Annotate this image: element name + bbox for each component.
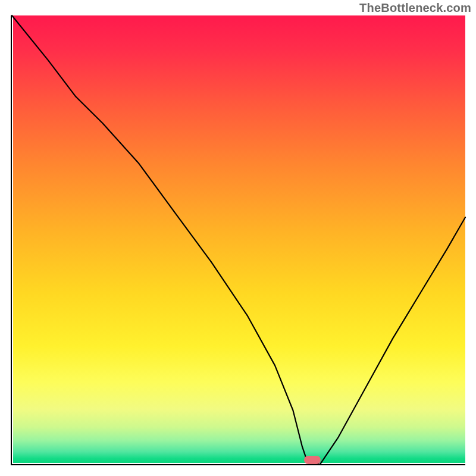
- chart-canvas: TheBottleneck.com: [0, 0, 476, 476]
- plot-area: [11, 15, 465, 465]
- watermark-text: TheBottleneck.com: [359, 1, 471, 15]
- bottleneck-curve: [12, 15, 465, 464]
- optimum-marker: [304, 456, 321, 464]
- curve-svg: [12, 15, 465, 464]
